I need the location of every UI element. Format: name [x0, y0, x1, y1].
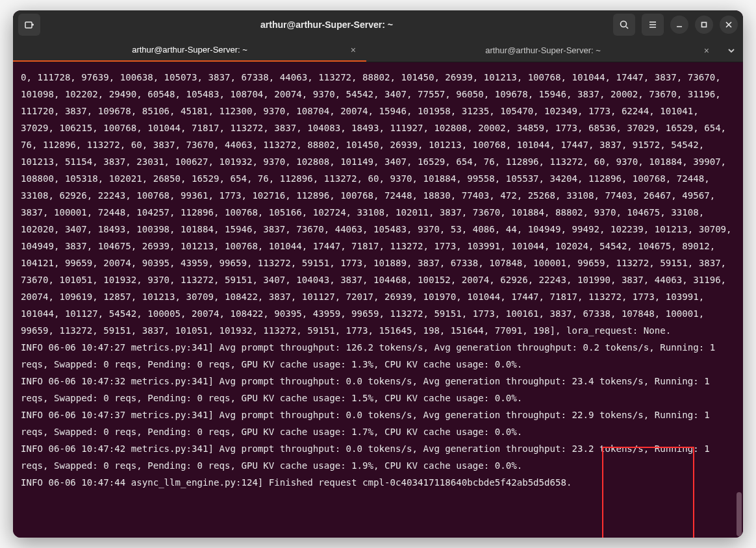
- svg-point-1: [621, 21, 627, 27]
- titlebar: arthur@arthur-Super-Server: ~: [13, 10, 743, 39]
- chevron-down-icon: [727, 46, 736, 55]
- plus-tab-icon: [24, 19, 34, 30]
- hamburger-icon: [648, 19, 658, 30]
- close-icon: [725, 21, 733, 29]
- search-button[interactable]: [613, 14, 635, 36]
- terminal-window: arthur@arthur-Super-Server: ~: [13, 10, 743, 538]
- minimize-button[interactable]: [670, 16, 688, 34]
- log-line: INFO 06-06 10:47:27 metrics.py:341] Avg …: [21, 342, 721, 369]
- terminal-viewport[interactable]: 0, 111728, 97639, 100638, 105073, 3837, …: [13, 62, 743, 538]
- tab-label: arthur@arthur-Super-Server: ~: [132, 45, 247, 55]
- maximize-button[interactable]: [695, 16, 713, 34]
- search-icon: [619, 19, 629, 30]
- scrollbar-thumb[interactable]: [737, 492, 742, 536]
- hamburger-menu-button[interactable]: [642, 14, 664, 36]
- minimize-icon: [675, 21, 683, 29]
- tab-overflow-button[interactable]: [720, 39, 743, 62]
- scrollbar[interactable]: [735, 62, 742, 538]
- log-line: INFO 06-06 10:47:44 async_llm_engine.py:…: [21, 477, 572, 488]
- tab-close-icon[interactable]: ×: [704, 45, 709, 56]
- tab-label: arthur@arthur-Super-Server: ~: [485, 45, 601, 55]
- tab-1[interactable]: arthur@arthur-Super-Server: ~ ×: [13, 39, 366, 62]
- close-button[interactable]: [720, 16, 738, 34]
- tab-2[interactable]: arthur@arthur-Super-Server: ~ ×: [366, 39, 720, 62]
- maximize-icon: [700, 21, 708, 29]
- svg-rect-0: [25, 22, 32, 28]
- tab-bar: arthur@arthur-Super-Server: ~ × arthur@a…: [13, 39, 743, 62]
- svg-rect-2: [702, 23, 707, 27]
- tab-close-icon[interactable]: ×: [351, 45, 356, 55]
- log-line: INFO 06-06 10:47:37 metrics.py:341] Avg …: [21, 410, 715, 437]
- new-tab-button[interactable]: [18, 14, 40, 36]
- token-dump-text: 0, 111728, 97639, 100638, 105073, 3837, …: [21, 72, 737, 336]
- window-title: arthur@arthur-Super-Server: ~: [44, 19, 609, 30]
- log-line: INFO 06-06 10:47:32 metrics.py:341] Avg …: [21, 376, 715, 403]
- terminal-output: 0, 111728, 97639, 100638, 105073, 3837, …: [13, 62, 743, 538]
- log-line: INFO 06-06 10:47:42 metrics.py:341] Avg …: [21, 443, 715, 471]
